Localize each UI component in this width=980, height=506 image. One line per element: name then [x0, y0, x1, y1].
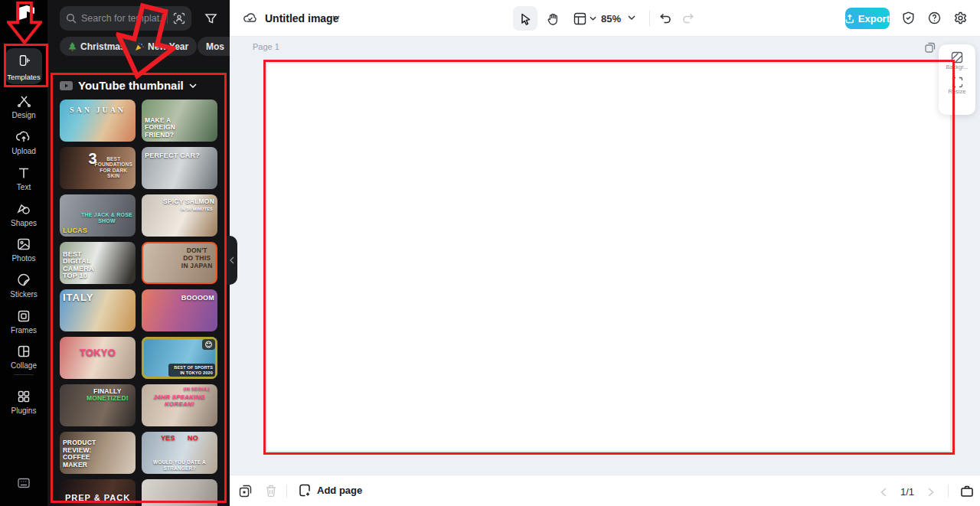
next-page-button[interactable] — [928, 488, 934, 497]
template-title: Would you date a stranger? — [145, 459, 214, 471]
template-thumbnail[interactable]: Italy — [60, 289, 136, 331]
filter-button[interactable] — [199, 9, 222, 28]
template-title: Italy — [63, 292, 132, 304]
title-chevron-icon[interactable] — [332, 15, 340, 20]
plugins-icon — [16, 389, 31, 404]
sidebar-item-label: Collage — [0, 361, 47, 370]
template-thumbnail[interactable]: Best of sports in Tokyo 2020 — [142, 337, 217, 379]
template-title: Perfect car? — [145, 152, 214, 159]
duplicate-page-button[interactable] — [239, 485, 252, 498]
template-title: 24hr speaking Korean! — [145, 393, 214, 407]
template-thumbnail[interactable]: Make a foreign friend? — [142, 100, 217, 142]
template-thumbnail[interactable]: San Juan — [60, 100, 136, 142]
template-extra: YES NO — [145, 434, 214, 442]
sidebar-item-frames[interactable]: Frames — [0, 308, 47, 335]
tag-most[interactable]: Mos — [198, 37, 230, 56]
delete-page-button[interactable] — [265, 485, 277, 498]
panel-collapse-handle[interactable] — [227, 236, 237, 285]
template-thumbnail[interactable]: Tokyo — [60, 337, 136, 379]
template-extra: in 30 minutes — [181, 207, 213, 211]
template-title: Lucas — [63, 227, 105, 234]
keyboard-shortcuts-icon[interactable] — [18, 478, 30, 488]
document-title[interactable]: Untitled image — [265, 12, 338, 24]
resize-icon[interactable] — [939, 77, 975, 88]
template-title: Spicy salmon — [145, 198, 214, 206]
help-icon[interactable] — [928, 11, 941, 24]
layout-tool-button[interactable] — [568, 6, 602, 31]
template-title: Monetized! — [83, 395, 132, 403]
undo-button[interactable] — [658, 11, 672, 24]
sidebar-item-stickers[interactable]: Stickers — [0, 273, 47, 299]
christmas-tree-icon — [68, 42, 77, 51]
redo-button[interactable] — [681, 11, 695, 24]
template-thumbnail[interactable]: Boooom — [142, 289, 217, 331]
select-tool-button[interactable] — [513, 6, 537, 31]
search-divider — [167, 13, 168, 24]
tag-label: Mos — [206, 41, 224, 52]
export-button[interactable]: Export — [845, 8, 890, 29]
sidebar-item-upload[interactable]: Upload — [0, 129, 47, 155]
tag-christmas[interactable]: Christmas — [60, 37, 134, 56]
sidebar-item-plugins[interactable]: Plugins — [0, 389, 47, 415]
template-thumbnail[interactable]: FinallyMonetized! — [60, 384, 136, 426]
present-button[interactable] — [960, 485, 974, 498]
capcut-logo — [17, 5, 37, 23]
template-title: Make a foreign friend? — [145, 117, 198, 139]
zoom-chevron-icon[interactable] — [628, 15, 635, 20]
cloud-save-icon — [243, 11, 257, 24]
youtube-icon — [60, 81, 73, 90]
topbar: Untitled image 85% Export — [230, 0, 980, 37]
sidebar-item-label: Stickers — [0, 290, 47, 299]
search-icon — [66, 13, 77, 24]
upload-icon — [16, 129, 31, 145]
sidebar-item-label: Templates — [7, 73, 40, 81]
safety-shield-icon[interactable] — [902, 11, 915, 24]
sidebar-item-label: Text — [0, 183, 47, 191]
template-thumbnail[interactable]: The Jack & Rose ShowLucas — [60, 194, 136, 237]
tag-new-year[interactable]: New Year — [126, 37, 197, 56]
template-search[interactable] — [60, 6, 191, 31]
duplicate-page-icon[interactable] — [925, 42, 936, 53]
sidebar-item-photos[interactable]: Photos — [0, 237, 47, 263]
search-input[interactable] — [81, 13, 165, 24]
template-thumbnail[interactable]: Prep & pack — [60, 479, 136, 506]
bottombar-divider — [286, 485, 287, 498]
add-page-button[interactable]: Add page — [299, 484, 362, 497]
background-icon[interactable] — [939, 51, 975, 64]
sidebar: Templates Design Upload Text Shapes Phot… — [0, 0, 47, 506]
sidebar-item-shapes[interactable]: Shapes — [0, 201, 47, 227]
template-thumbnail[interactable]: Perfect car? — [142, 147, 217, 189]
sidebar-item-design[interactable]: Design — [0, 93, 47, 119]
sidebar-item-templates[interactable]: Templates — [5, 48, 42, 84]
template-thumbnail[interactable]: Apple Watch Band — [142, 479, 217, 506]
zoom-level[interactable]: 85% — [601, 13, 621, 24]
sidebar-item-text[interactable]: Text — [0, 165, 47, 191]
sidebar-item-collage[interactable]: Collage — [0, 344, 47, 370]
template-thumbnail[interactable]: 3Best foundations for dark skin — [60, 147, 136, 189]
hand-tool-button[interactable] — [541, 6, 565, 31]
settings-gear-icon[interactable] — [954, 11, 967, 24]
toolbar-divider — [649, 11, 650, 26]
template-thumbnail[interactable]: YES NOWould you date a stranger? — [142, 432, 217, 474]
template-extra: The Jack & Rose Show — [81, 212, 132, 224]
template-thumbnail[interactable]: Best digital camera top 10 — [60, 242, 136, 284]
template-thumbnail[interactable]: Product review: coffee maker — [60, 432, 136, 474]
chevron-down-icon — [590, 16, 596, 21]
sidebar-divider — [14, 374, 34, 375]
palette-icon[interactable] — [202, 339, 215, 350]
hand-icon — [547, 12, 559, 25]
canvas-page[interactable] — [267, 64, 950, 451]
template-thumbnail[interactable]: (in seoul)24hr speaking Korean! — [142, 384, 217, 426]
bottombar-divider — [948, 485, 949, 498]
template-thumbnail-selected[interactable]: Don't do this in Japan — [142, 242, 217, 284]
image-search-icon[interactable] — [173, 12, 185, 24]
prev-page-button[interactable] — [880, 488, 887, 497]
template-title: Prep & pack — [63, 493, 132, 503]
sidebar-item-label: Plugins — [0, 406, 47, 415]
category-header[interactable]: YouTube thumbnail — [60, 79, 197, 92]
template-title: San Juan — [63, 106, 132, 115]
cursor-icon — [519, 12, 531, 25]
sidebar-item-label: Shapes — [0, 219, 47, 227]
template-thumbnail[interactable]: in 30 minutesSpicy salmon — [142, 194, 217, 237]
sidebar-item-label: Frames — [0, 326, 47, 335]
